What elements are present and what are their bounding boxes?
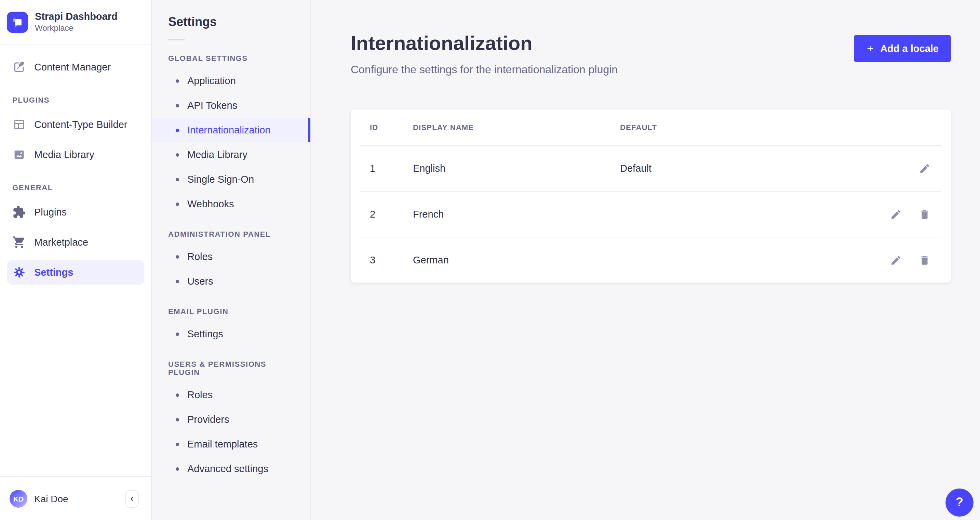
- bullet-icon: [176, 279, 179, 283]
- bullet-icon: [176, 255, 179, 258]
- sidebar-item-content-manager[interactable]: Content Manager: [7, 55, 144, 79]
- subnav-item-advanced-settings[interactable]: Advanced settings: [152, 456, 310, 481]
- subnav-item-application[interactable]: Application: [152, 69, 310, 93]
- sidebar-item-marketplace[interactable]: Marketplace: [7, 230, 144, 255]
- cell-display-name: French: [413, 209, 620, 220]
- main-content: Internationalization Configure the setti…: [311, 0, 980, 520]
- table-row-french[interactable]: 2 French: [360, 191, 941, 237]
- subnav-title: Settings: [168, 15, 294, 29]
- main-sidebar: Strapi Dashboard Workplace Content Manag…: [0, 0, 152, 520]
- cell-id: 2: [370, 209, 413, 220]
- bullet-icon: [176, 467, 179, 471]
- collapse-sidebar-button[interactable]: [125, 490, 139, 507]
- sidebar-item-content-type-builder[interactable]: Content-Type Builder: [7, 112, 144, 137]
- sidebar-item-label: Marketplace: [34, 237, 88, 248]
- sidebar-item-media-library[interactable]: Media Library: [7, 142, 144, 167]
- bullet-icon: [176, 393, 179, 397]
- cell-id: 1: [370, 163, 413, 174]
- workspace-title: Strapi Dashboard: [35, 11, 118, 22]
- subnav-item-webhooks[interactable]: Webhooks: [152, 191, 310, 216]
- bullet-icon: [176, 153, 179, 156]
- bullet-icon: [176, 177, 179, 181]
- bullet-icon: [176, 128, 179, 132]
- locales-table: ID DISPLAY NAME DEFAULT 1 English Defaul…: [351, 110, 951, 283]
- sidebar-section-plugins: PLUGINS: [12, 96, 151, 104]
- subnav-item-providers[interactable]: Providers: [152, 407, 310, 432]
- bullet-icon: [176, 332, 179, 336]
- sidebar-section-general: GENERAL: [12, 183, 151, 191]
- subnav-item-roles[interactable]: Roles: [152, 244, 310, 269]
- subnav-divider: [168, 39, 185, 40]
- bullet-icon: [176, 202, 179, 206]
- subnav-item-up-roles[interactable]: Roles: [152, 383, 310, 407]
- subnav-item-single-sign-on[interactable]: Single Sign-On: [152, 167, 310, 191]
- bullet-icon: [176, 104, 179, 107]
- column-header-default: DEFAULT: [620, 123, 850, 132]
- subnav-item-media-library[interactable]: Media Library: [152, 142, 310, 167]
- column-header-display-name: DISPLAY NAME: [413, 123, 620, 132]
- delete-locale-button[interactable]: [918, 253, 932, 268]
- content-type-builder-icon: [12, 118, 26, 131]
- subnav-section-email-plugin: EMAIL PLUGIN: [152, 307, 310, 316]
- sidebar-item-label: Content-Type Builder: [34, 119, 127, 130]
- help-button[interactable]: ?: [945, 488, 974, 517]
- column-header-id: ID: [370, 123, 413, 132]
- subnav-section-global-settings: GLOBAL SETTINGS: [152, 54, 310, 62]
- trash-icon: [919, 209, 931, 220]
- content-manager-icon: [12, 60, 26, 74]
- table-row-english[interactable]: 1 English Default: [360, 146, 941, 191]
- cart-icon: [12, 235, 26, 249]
- subnav-item-users[interactable]: Users: [152, 269, 310, 293]
- subnav-section-users-permissions-plugin: USERS & PERMISSIONS PLUGIN: [152, 360, 310, 376]
- sidebar-item-settings[interactable]: Settings: [7, 260, 144, 285]
- bullet-icon: [176, 79, 179, 83]
- sidebar-footer: KD Kai Doe: [0, 476, 151, 520]
- workspace-brand[interactable]: Strapi Dashboard Workplace: [0, 0, 151, 45]
- sidebar-item-plugins[interactable]: Plugins: [7, 200, 144, 225]
- cell-display-name: German: [413, 255, 620, 266]
- subnav-item-api-tokens[interactable]: API Tokens: [152, 93, 310, 118]
- media-library-icon: [12, 148, 26, 161]
- strapi-logo-icon: [7, 12, 28, 33]
- user-name: Kai Doe: [34, 493, 125, 504]
- gear-icon: [12, 265, 26, 279]
- bullet-icon: [176, 418, 179, 421]
- edit-locale-button[interactable]: [889, 207, 903, 222]
- delete-locale-button[interactable]: [918, 207, 932, 222]
- cell-id: 3: [370, 255, 413, 266]
- settings-subnav: Settings GLOBAL SETTINGS Application API…: [152, 0, 311, 520]
- cell-display-name: English: [413, 163, 620, 174]
- edit-locale-button[interactable]: [889, 253, 903, 268]
- subnav-item-internationalization[interactable]: Internationalization: [152, 118, 310, 142]
- pencil-icon: [890, 255, 902, 266]
- add-locale-button[interactable]: Add a locale: [854, 35, 951, 62]
- sidebar-item-label: Content Manager: [34, 62, 111, 73]
- strapi-dashboard-app: Strapi Dashboard Workplace Content Manag…: [0, 0, 980, 520]
- page-header: Internationalization Configure the setti…: [351, 32, 951, 76]
- page-title: Internationalization: [351, 32, 618, 55]
- trash-icon: [919, 255, 931, 266]
- table-row-german[interactable]: 3 German: [360, 237, 941, 283]
- page-subtitle: Configure the settings for the internati…: [351, 64, 618, 76]
- workspace-subtitle: Workplace: [35, 24, 118, 33]
- table-header-row: ID DISPLAY NAME DEFAULT: [360, 110, 941, 146]
- avatar[interactable]: KD: [10, 490, 27, 507]
- edit-locale-button[interactable]: [918, 161, 932, 176]
- bullet-icon: [176, 442, 179, 446]
- subnav-item-email-settings[interactable]: Settings: [152, 322, 310, 346]
- pencil-icon: [919, 163, 931, 174]
- chevron-left-icon: [129, 495, 135, 502]
- plus-icon: [866, 45, 874, 53]
- subnav-section-administration-panel: ADMINISTRATION PANEL: [152, 230, 310, 238]
- sidebar-item-label: Settings: [34, 267, 73, 278]
- subnav-item-email-templates[interactable]: Email templates: [152, 432, 310, 456]
- puzzle-icon: [12, 205, 26, 219]
- sidebar-item-label: Media Library: [34, 149, 94, 160]
- cell-default: Default: [620, 163, 850, 174]
- pencil-icon: [890, 209, 902, 220]
- sidebar-item-label: Plugins: [34, 207, 67, 218]
